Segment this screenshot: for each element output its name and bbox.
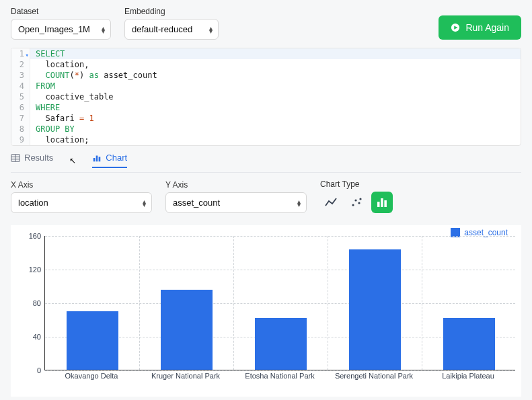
embedding-select[interactable]: default-reduced ▴▾ bbox=[124, 19, 219, 40]
gridline-v bbox=[139, 236, 140, 370]
chevron-updown-icon: ▴▾ bbox=[297, 200, 301, 206]
bar[interactable] bbox=[443, 318, 495, 370]
dataset-field: Dataset Open_Images_1M ▴▾ bbox=[11, 7, 111, 40]
tab-results[interactable]: Results bbox=[11, 153, 53, 168]
header-row: Dataset Open_Images_1M ▴▾ Embedding defa… bbox=[0, 0, 532, 45]
bar-chart-icon bbox=[375, 196, 389, 209]
svg-rect-13 bbox=[377, 202, 380, 207]
tab-chart[interactable]: Chart bbox=[92, 153, 127, 168]
chevron-updown-icon: ▴▾ bbox=[143, 200, 146, 206]
bar[interactable] bbox=[255, 318, 307, 370]
bar[interactable] bbox=[67, 311, 118, 370]
gutter: 4 bbox=[11, 81, 30, 91]
xtick-label: Kruger National Park bbox=[151, 372, 220, 380]
code-content: location; bbox=[30, 134, 89, 145]
chart-area: asset_count 04080120160 Okavango DeltaKr… bbox=[11, 225, 521, 397]
charttype-field: Chart Type bbox=[320, 179, 393, 213]
charttype-line-button[interactable] bbox=[320, 192, 342, 213]
embedding-label: Embedding bbox=[124, 7, 219, 16]
chart-xlabels: Okavango DeltaKruger National ParkEtosha… bbox=[44, 372, 515, 385]
gridline-h bbox=[45, 303, 515, 304]
code-line[interactable]: 7 Safari = 1 bbox=[11, 113, 521, 124]
gridline-v bbox=[422, 236, 422, 370]
yaxis-select[interactable]: asset_count ▴▾ bbox=[165, 192, 307, 213]
tab-results-label: Results bbox=[24, 153, 53, 163]
table-icon bbox=[11, 153, 20, 163]
xtick-label: Okavango Delta bbox=[65, 372, 118, 380]
code-content: COUNT(*) as asset_count bbox=[30, 70, 157, 81]
svg-rect-7 bbox=[96, 155, 98, 161]
code-line[interactable]: 2 location, bbox=[11, 59, 521, 70]
xaxis-select[interactable]: location ▴▾ bbox=[11, 192, 152, 213]
code-line[interactable]: 4FROM bbox=[11, 81, 521, 91]
gutter: 3 bbox=[11, 70, 30, 81]
chevron-updown-icon: ▴▾ bbox=[102, 26, 105, 33]
code-content: GROUP BY bbox=[30, 124, 75, 134]
xtick-label: Laikipia Plateau bbox=[442, 372, 494, 380]
embedding-value: default-reduced bbox=[132, 24, 192, 34]
bar[interactable] bbox=[161, 290, 213, 370]
run-again-button[interactable]: Run Again bbox=[439, 15, 521, 40]
gridline-h bbox=[45, 270, 515, 270]
dataset-label: Dataset bbox=[11, 7, 111, 16]
yaxis-label: Y Axis bbox=[165, 180, 307, 190]
ytick-label: 160 bbox=[21, 232, 41, 240]
xtick-label: Serengeti National Park bbox=[335, 372, 413, 380]
bar[interactable] bbox=[349, 249, 401, 370]
gridline-v bbox=[328, 236, 328, 370]
charttype-bar-button[interactable] bbox=[371, 192, 393, 213]
charttype-scatter-button[interactable] bbox=[346, 192, 367, 213]
divider bbox=[11, 172, 521, 173]
code-line[interactable]: 5 coactive_table bbox=[11, 91, 521, 102]
gridline-v bbox=[233, 236, 234, 370]
gutter: 8 bbox=[11, 124, 30, 134]
chart-controls: X Axis location ▴▾ Y Axis asset_count ▴▾… bbox=[0, 179, 532, 220]
svg-rect-6 bbox=[93, 158, 96, 161]
ytick-label: 80 bbox=[21, 299, 41, 307]
charttype-buttons bbox=[320, 192, 393, 213]
chart-plot: 04080120160 bbox=[44, 236, 515, 370]
code-content: FROM bbox=[30, 81, 55, 91]
gutter: 2 bbox=[11, 59, 30, 70]
gutter: 6 bbox=[11, 102, 30, 113]
ytick-label: 120 bbox=[21, 266, 41, 274]
bar-chart-icon bbox=[92, 153, 102, 163]
svg-point-11 bbox=[358, 202, 360, 204]
play-icon bbox=[451, 23, 460, 32]
code-line[interactable]: 9 location; bbox=[11, 134, 521, 145]
svg-point-12 bbox=[359, 198, 361, 200]
gridline-h bbox=[45, 236, 515, 237]
run-label: Run Again bbox=[465, 22, 509, 33]
code-content: location, bbox=[30, 59, 89, 70]
code-content: Safari = 1 bbox=[30, 113, 94, 124]
ytick-label: 40 bbox=[21, 333, 41, 341]
gutter: 5 bbox=[11, 91, 30, 102]
svg-rect-8 bbox=[99, 157, 101, 161]
code-line[interactable]: 6WHERE bbox=[11, 102, 521, 113]
gutter: 1▾ bbox=[11, 48, 30, 59]
code-line[interactable]: 1▾SELECT bbox=[11, 48, 521, 59]
code-content: SELECT bbox=[30, 48, 65, 59]
scatter-chart-icon bbox=[350, 196, 363, 209]
code-line[interactable]: 8GROUP BY bbox=[11, 124, 521, 134]
charttype-label: Chart Type bbox=[320, 179, 393, 189]
xaxis-field: X Axis location ▴▾ bbox=[11, 180, 152, 213]
yaxis-value: asset_count bbox=[173, 198, 220, 208]
code-line[interactable]: 3 COUNT(*) as asset_count bbox=[11, 70, 521, 81]
dataset-select[interactable]: Open_Images_1M ▴▾ bbox=[11, 19, 111, 40]
chevron-updown-icon: ▴▾ bbox=[209, 26, 213, 33]
gutter: 7 bbox=[11, 113, 30, 124]
line-chart-icon bbox=[324, 196, 338, 209]
svg-point-9 bbox=[352, 204, 354, 206]
xaxis-label: X Axis bbox=[11, 180, 152, 190]
yaxis-field: Y Axis asset_count ▴▾ bbox=[165, 180, 307, 213]
code-content: coactive_table bbox=[30, 91, 114, 102]
cursor-icon: ↖ bbox=[69, 156, 76, 165]
tab-chart-label: Chart bbox=[106, 153, 127, 163]
xaxis-value: location bbox=[18, 198, 48, 208]
ytick-label: 0 bbox=[21, 366, 41, 374]
gutter: 9 bbox=[11, 134, 30, 145]
embedding-field: Embedding default-reduced ▴▾ bbox=[124, 7, 219, 40]
sql-editor[interactable]: 1▾SELECT2 location,3 COUNT(*) as asset_c… bbox=[11, 48, 521, 146]
svg-rect-14 bbox=[381, 198, 383, 207]
